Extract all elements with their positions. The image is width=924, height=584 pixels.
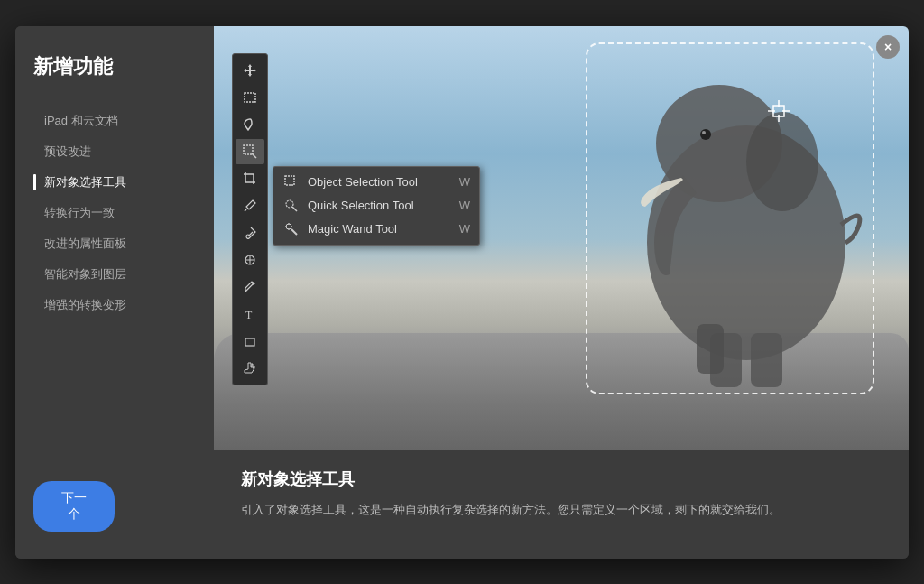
svg-rect-20 (245, 338, 254, 346)
sidebar-item-smart-object[interactable]: 智能对象到图层 (33, 259, 196, 290)
magic-wand-menu-icon (282, 222, 300, 236)
hand-icon[interactable] (236, 356, 264, 381)
object-selection-label: Object Selection Tool (308, 175, 452, 189)
menu-item-object-selection[interactable]: Object Selection Tool W (273, 171, 479, 194)
sidebar-item-behavior[interactable]: 转换行为一致 (33, 198, 196, 228)
marquee-rect-icon[interactable] (236, 85, 264, 110)
text-icon[interactable]: T (236, 301, 264, 327)
sidebar-item-object-select[interactable]: 新对象选择工具 (33, 167, 196, 198)
clone-stamp-icon[interactable] (236, 247, 264, 273)
shape-icon[interactable] (236, 329, 264, 354)
caption-title: 新对象选择工具 (241, 468, 882, 490)
selection-border (586, 42, 874, 394)
overlay: × 新增功能 iPad 和云文档 预设改进 新对象选择工具 转换行为一致 改进的… (0, 0, 924, 584)
quick-selection-label: Quick Selection Tool (308, 199, 452, 212)
menu-item-quick-selection[interactable]: Quick Selection Tool W (273, 194, 479, 218)
toolbar-panel: T (232, 53, 268, 385)
menu-item-magic-wand[interactable]: Magic Wand Tool W (273, 218, 479, 241)
sidebar-title: 新增功能 (33, 53, 196, 80)
quick-selection-shortcut: W (459, 199, 470, 212)
eyedropper-icon[interactable] (236, 193, 264, 218)
object-select-icon[interactable] (236, 139, 264, 164)
caption-text: 引入了对象选择工具，这是一种自动执行复杂选择的新方法。您只需定义一个区域，剩下的… (241, 501, 882, 520)
context-menu: Object Selection Tool W Quick Selection … (273, 166, 480, 246)
sidebar: 新增功能 iPad 和云文档 预设改进 新对象选择工具 转换行为一致 改进的属性… (15, 26, 214, 559)
svg-line-15 (245, 209, 246, 211)
object-selection-menu-icon (282, 175, 300, 190)
main-content: T Obj (214, 26, 909, 559)
crop-icon[interactable] (236, 166, 264, 191)
sidebar-item-preset[interactable]: 预设改进 (33, 136, 196, 167)
svg-text:T: T (245, 309, 253, 321)
svg-point-22 (286, 200, 293, 208)
sidebar-item-ipad[interactable]: iPad 和云文档 (33, 106, 196, 136)
svg-line-24 (291, 229, 297, 235)
pen-icon[interactable] (236, 274, 264, 300)
sidebar-item-properties[interactable]: 改进的属性面板 (33, 228, 196, 259)
sidebar-item-transform[interactable]: 增强的转换变形 (33, 290, 196, 320)
magic-wand-shortcut: W (459, 222, 470, 236)
caption-area: 新对象选择工具 引入了对象选择工具，这是一种自动执行复杂选择的新方法。您只需定义… (214, 450, 909, 559)
brush-icon[interactable] (236, 220, 264, 246)
magic-wand-label: Magic Wand Tool (308, 222, 452, 236)
close-button[interactable]: × (876, 35, 900, 59)
object-selection-shortcut: W (459, 175, 470, 189)
move-tool-icon[interactable] (236, 58, 264, 83)
quick-selection-menu-icon (282, 199, 300, 213)
crosshair-cursor (766, 98, 791, 128)
dialog: × 新增功能 iPad 和云文档 预设改进 新对象选择工具 转换行为一致 改进的… (15, 26, 909, 559)
svg-line-23 (292, 207, 297, 211)
svg-rect-13 (245, 93, 255, 102)
image-area: T Obj (214, 26, 909, 450)
lasso-icon[interactable] (236, 112, 264, 137)
next-button[interactable]: 下一个 (33, 481, 115, 532)
svg-rect-21 (285, 176, 294, 185)
sidebar-nav: iPad 和云文档 预设改进 新对象选择工具 转换行为一致 改进的属性面板 智能… (33, 106, 196, 463)
svg-rect-14 (244, 145, 253, 154)
